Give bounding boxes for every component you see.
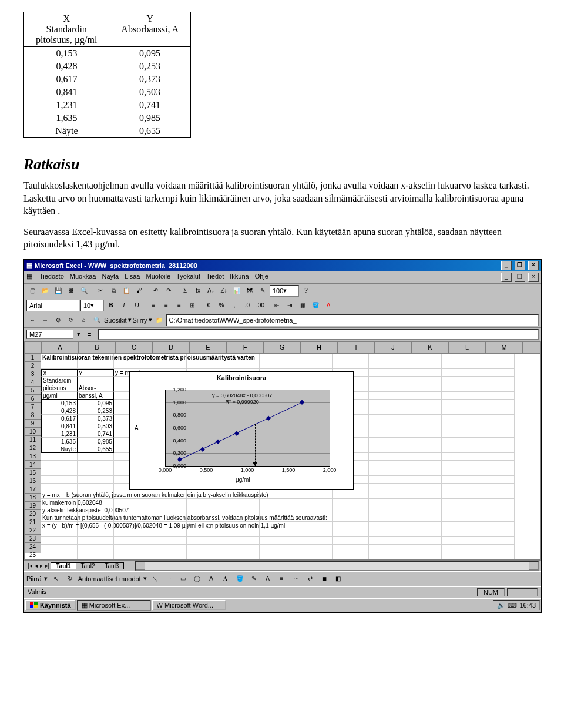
cell[interactable] bbox=[442, 392, 478, 400]
cell[interactable] bbox=[478, 354, 515, 361]
sheet-tab-2[interactable]: Taul2 bbox=[76, 562, 100, 569]
favorites-label[interactable]: Suosikit bbox=[104, 317, 127, 324]
cell[interactable]: 0,503 bbox=[78, 422, 114, 430]
percent-icon[interactable]: % bbox=[216, 300, 227, 311]
cell[interactable] bbox=[187, 552, 223, 560]
font-color-icon[interactable]: A bbox=[323, 300, 334, 311]
cell[interactable] bbox=[296, 522, 333, 529]
cell[interactable] bbox=[369, 430, 405, 438]
cell[interactable] bbox=[478, 484, 515, 491]
autoshapes-menu[interactable]: Automaattiset muodot bbox=[78, 575, 141, 582]
indent-dec-icon[interactable]: ⇤ bbox=[271, 300, 283, 311]
cell[interactable] bbox=[78, 476, 114, 484]
cell[interactable] bbox=[442, 377, 478, 384]
cell[interactable] bbox=[223, 499, 260, 506]
standard-toolbar[interactable]: ▢ 📂 💾 🖶 🔍 ✂ ⧉ 📋 🖌 ↶ ↷ Σ fx A↓ Z↓ 📊 🗺 ✎ 1… bbox=[24, 284, 541, 298]
cell[interactable] bbox=[333, 529, 369, 537]
row-header[interactable]: 22 bbox=[25, 526, 41, 535]
cell[interactable] bbox=[442, 491, 478, 499]
cell[interactable] bbox=[114, 514, 150, 522]
shadow-icon[interactable]: ◼ bbox=[318, 573, 330, 585]
cell[interactable] bbox=[369, 499, 405, 506]
cell[interactable] bbox=[405, 545, 442, 552]
cell[interactable] bbox=[187, 506, 223, 514]
cell[interactable] bbox=[78, 461, 114, 468]
cell[interactable] bbox=[478, 422, 515, 430]
cell[interactable] bbox=[78, 468, 114, 476]
row-header[interactable]: 1 bbox=[25, 354, 41, 362]
cell[interactable] bbox=[405, 392, 442, 400]
cell[interactable] bbox=[405, 499, 442, 506]
cell[interactable] bbox=[405, 407, 442, 415]
cell[interactable] bbox=[442, 361, 478, 369]
row-header[interactable]: 18 bbox=[25, 494, 41, 502]
sort-desc-icon[interactable]: Z↓ bbox=[218, 285, 230, 297]
cell[interactable] bbox=[478, 545, 515, 552]
cell[interactable] bbox=[114, 545, 150, 552]
print-icon[interactable]: 🖶 bbox=[65, 285, 77, 297]
doc-restore-button[interactable]: ❐ bbox=[515, 273, 525, 282]
line-icon[interactable]: ＼ bbox=[149, 573, 161, 585]
cell[interactable] bbox=[442, 384, 478, 392]
align-right-icon[interactable]: ≡ bbox=[173, 300, 185, 311]
cell[interactable] bbox=[223, 361, 260, 369]
cell[interactable] bbox=[405, 369, 442, 377]
cell[interactable] bbox=[150, 537, 187, 545]
cell[interactable] bbox=[296, 506, 333, 514]
cell[interactable] bbox=[478, 453, 515, 461]
cell[interactable] bbox=[442, 552, 478, 560]
cell[interactable] bbox=[78, 522, 114, 529]
italic-icon[interactable]: I bbox=[118, 300, 130, 311]
menu-file[interactable]: Tiedosto bbox=[39, 273, 64, 282]
cell[interactable] bbox=[187, 514, 223, 522]
menu-edit[interactable]: Muokkaa bbox=[70, 273, 96, 282]
open-icon[interactable]: 📂 bbox=[39, 285, 51, 297]
redo-icon[interactable]: ↷ bbox=[163, 285, 174, 297]
cell[interactable] bbox=[150, 361, 187, 369]
cell[interactable] bbox=[442, 537, 478, 545]
row-header[interactable]: 20 bbox=[25, 510, 41, 518]
row-header[interactable]: 15 bbox=[25, 469, 41, 477]
cell[interactable]: y = mx + b (suoran yhtälö, jossa m on su… bbox=[41, 491, 78, 499]
dash-style-icon[interactable]: ⋯ bbox=[290, 573, 302, 585]
cell[interactable] bbox=[478, 499, 515, 506]
cell[interactable]: 0,428 bbox=[41, 407, 78, 415]
cell[interactable] bbox=[442, 415, 478, 422]
back-icon[interactable]: ← bbox=[26, 314, 38, 326]
cell[interactable] bbox=[78, 499, 114, 506]
cell[interactable] bbox=[478, 468, 515, 476]
cell[interactable] bbox=[369, 545, 405, 552]
cell[interactable] bbox=[405, 354, 442, 361]
cell[interactable] bbox=[260, 354, 296, 361]
cell[interactable] bbox=[405, 361, 442, 369]
cell[interactable] bbox=[369, 445, 405, 453]
cell[interactable] bbox=[41, 468, 78, 476]
cell[interactable] bbox=[114, 354, 150, 361]
cell[interactable]: 0,373 bbox=[78, 415, 114, 422]
col-header[interactable]: F bbox=[227, 342, 264, 353]
cell[interactable] bbox=[150, 506, 187, 514]
row-header[interactable]: 23 bbox=[25, 535, 41, 543]
cell[interactable] bbox=[405, 400, 442, 407]
cell[interactable] bbox=[442, 484, 478, 491]
col-header[interactable]: B bbox=[79, 342, 116, 353]
cell[interactable] bbox=[78, 537, 114, 545]
sheet-tab-1[interactable]: Taul1 bbox=[51, 562, 76, 569]
cell[interactable] bbox=[78, 529, 114, 537]
cell[interactable] bbox=[114, 506, 150, 514]
forward-icon[interactable]: → bbox=[39, 314, 51, 326]
menu-insert[interactable]: Lisää bbox=[125, 273, 140, 282]
col-header[interactable]: D bbox=[153, 342, 190, 353]
chart-icon[interactable]: 📊 bbox=[231, 285, 243, 297]
cell[interactable]: 0,153 bbox=[41, 400, 78, 407]
zoom-combo[interactable]: 100 ▾ bbox=[270, 285, 299, 297]
cell[interactable] bbox=[114, 522, 150, 529]
cell[interactable]: 0,655 bbox=[78, 445, 114, 453]
increase-decimal-icon[interactable]: .0 bbox=[241, 300, 253, 311]
cell[interactable] bbox=[369, 552, 405, 560]
cell[interactable] bbox=[442, 461, 478, 468]
cell[interactable] bbox=[150, 545, 187, 552]
cell[interactable] bbox=[78, 514, 114, 522]
cell[interactable]: 1,231 bbox=[41, 430, 78, 438]
horizontal-scrollbar[interactable] bbox=[135, 561, 539, 571]
